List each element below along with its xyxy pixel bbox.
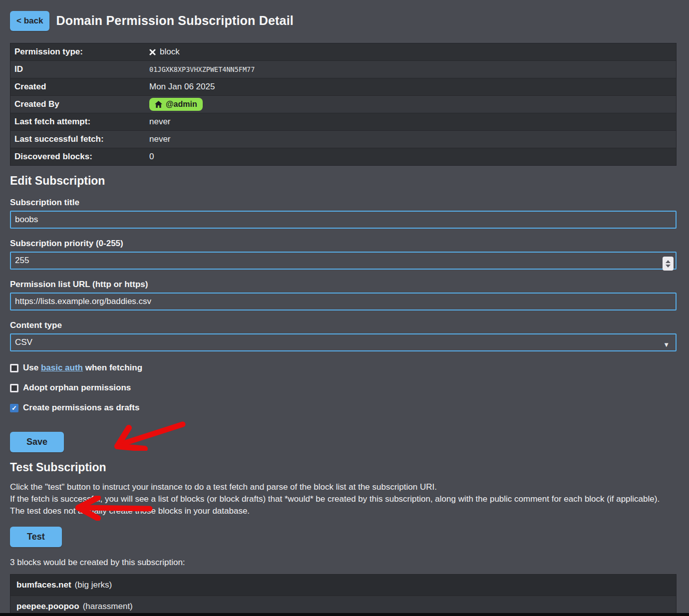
- permission-list-url-input[interactable]: [10, 293, 677, 310]
- subscription-title-label: Subscription title: [10, 198, 677, 208]
- created-value: Mon Jan 06 2025: [149, 82, 215, 92]
- subscription-title-input[interactable]: [10, 211, 677, 229]
- row-label: Last fetch attempt:: [10, 117, 149, 127]
- table-row-created: Created Mon Jan 06 2025: [10, 78, 676, 95]
- back-button[interactable]: < back: [10, 11, 49, 31]
- block-domain: bumfaces.net: [16, 580, 71, 590]
- subscription-priority-label: Subscription priority (0-255): [10, 239, 677, 249]
- use-basic-auth-checkbox[interactable]: [10, 364, 18, 372]
- adopt-orphan-permissions-checkbox[interactable]: [10, 384, 18, 392]
- content-type-label: Content type: [10, 320, 677, 330]
- description-line: If the fetch is successful, you will see…: [10, 493, 677, 505]
- row-value: @admin: [149, 98, 203, 111]
- row-label: Created: [10, 82, 149, 92]
- test-subscription-heading: Test Subscription: [10, 461, 677, 474]
- checkbox-label: Adopt orphan permissions: [23, 383, 131, 393]
- block-domain: peepee.poopoo: [16, 602, 79, 612]
- table-row-discovered-blocks: Discovered blocks: 0: [10, 148, 676, 165]
- page-title: Domain Permission Subscription Detail: [56, 13, 294, 28]
- adopt-orphan-permissions-row: Adopt orphan permissions: [10, 383, 677, 393]
- table-row-last-successful-fetch: Last successful fetch: never: [10, 130, 676, 148]
- checkmark-icon: ✓: [11, 405, 17, 411]
- created-by-admin-badge[interactable]: @admin: [149, 98, 203, 111]
- discovered-blocks-value: 0: [149, 152, 154, 162]
- table-row-id: ID 01JGXK8XP3VHXZPWET4NN5FM77: [10, 60, 676, 78]
- use-basic-auth-row: Use basic auth when fetching: [10, 363, 677, 373]
- block-comment: (big jerks): [75, 580, 112, 590]
- create-permissions-as-drafts-row: ✓ Create permissions as drafts: [10, 403, 677, 413]
- row-label: ID: [10, 64, 149, 74]
- spinner-up-icon[interactable]: [666, 260, 671, 263]
- row-value: block: [149, 47, 180, 57]
- test-result-summary: 3 blocks would be created by this subscr…: [10, 558, 677, 568]
- save-button[interactable]: Save: [10, 432, 64, 452]
- table-row-last-fetch-attempt: Last fetch attempt: never: [10, 113, 676, 130]
- domain-permission-subscription-detail-page: < back Domain Permission Subscription De…: [0, 0, 689, 616]
- basic-auth-link[interactable]: basic auth: [41, 363, 83, 372]
- subscription-priority-wrapper: [10, 252, 677, 270]
- checkbox-label: Use basic auth when fetching: [23, 363, 142, 373]
- test-button[interactable]: Test: [10, 527, 62, 547]
- subscription-priority-input[interactable]: [10, 252, 677, 270]
- page-header: < back Domain Permission Subscription De…: [10, 10, 677, 31]
- test-result-block-list: bumfaces.net (big jerks) peepee.poopoo (…: [10, 574, 677, 616]
- id-value: 01JGXK8XP3VHXZPWET4NN5FM77: [149, 65, 255, 73]
- test-description: Click the "test" button to instruct your…: [10, 481, 677, 517]
- created-by-username: @admin: [166, 100, 197, 109]
- bottom-edge-bar: [0, 613, 689, 616]
- content-type-wrapper: CSV ▼: [10, 333, 677, 351]
- content-type-selected-value: CSV: [15, 337, 32, 347]
- permission-type-value: block: [160, 47, 180, 57]
- house-icon: [155, 101, 162, 108]
- create-permissions-as-drafts-checkbox[interactable]: ✓: [10, 404, 18, 412]
- row-label: Discovered blocks:: [10, 152, 149, 162]
- number-spinner[interactable]: [663, 257, 674, 271]
- row-label: Permission type:: [10, 47, 149, 57]
- checkbox-group: Use basic auth when fetching Adopt orpha…: [10, 363, 677, 413]
- description-line: Click the "test" button to instruct your…: [10, 481, 677, 493]
- table-row-permission-type: Permission type: block: [10, 43, 676, 60]
- edit-subscription-heading: Edit Subscription: [10, 174, 677, 188]
- spinner-down-icon[interactable]: [666, 265, 671, 268]
- subscription-detail-table: Permission type: block ID 01JGXK8XP3VHXZ…: [10, 43, 677, 166]
- description-line: The test does not actually create those …: [10, 505, 677, 517]
- last-fetch-attempt-value: never: [149, 117, 171, 127]
- block-list-item: bumfaces.net (big jerks): [10, 575, 676, 596]
- row-label: Last successful fetch:: [10, 134, 149, 144]
- table-row-created-by: Created By @admin: [10, 95, 676, 113]
- permission-list-url-label: Permission list URL (http or https): [10, 280, 677, 290]
- block-comment: (harassment): [83, 602, 133, 612]
- content-type-select[interactable]: CSV: [10, 333, 677, 351]
- last-successful-fetch-value: never: [149, 134, 171, 144]
- checkbox-label: Create permissions as drafts: [23, 403, 139, 413]
- row-label: Created By: [10, 99, 149, 109]
- block-x-icon: [149, 49, 156, 55]
